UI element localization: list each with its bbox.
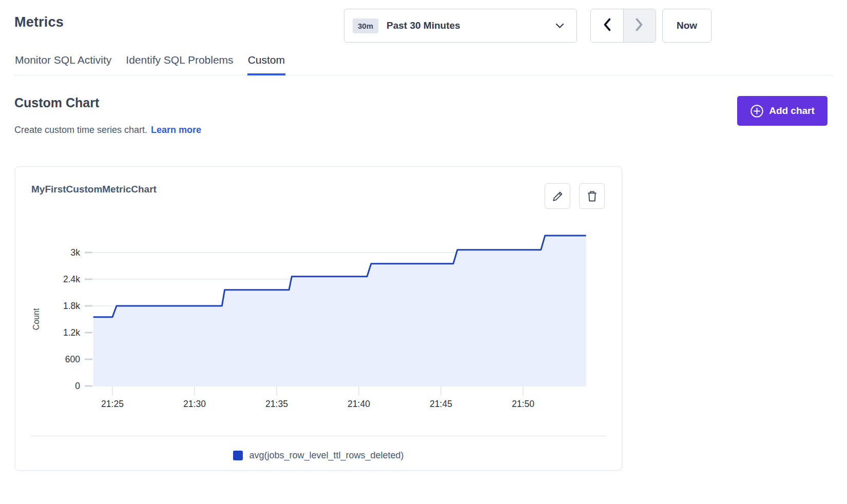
legend-label: avg(jobs_row_level_ttl_rows_deleted) (249, 450, 403, 461)
edit-chart-button[interactable] (545, 183, 570, 209)
page-title: Metrics (14, 14, 64, 30)
previous-window-button[interactable] (591, 9, 624, 42)
chart-legend: avg(jobs_row_level_ttl_rows_deleted) (15, 445, 622, 466)
tab-identify-sql-problems[interactable]: Identify SQL Problems (125, 53, 234, 75)
pencil-icon (552, 190, 564, 202)
section-title: Custom Chart (14, 95, 99, 110)
chart-title: MyFirstCustomMetricChart (31, 184, 157, 195)
svg-text:21:25: 21:25 (101, 399, 124, 409)
card-divider (31, 436, 606, 436)
svg-text:Count: Count (32, 308, 41, 330)
subtitle-text: Create custom time series chart. (14, 125, 147, 135)
svg-text:0: 0 (75, 381, 80, 391)
now-button[interactable]: Now (662, 9, 711, 43)
custom-chart-card: MyFirstCustomMetricChart 06001.2k1.8k2.4… (15, 166, 622, 471)
trash-icon (586, 190, 598, 203)
svg-text:3k: 3k (71, 247, 81, 258)
tab-bar: Monitor SQL Activity Identify SQL Proble… (14, 53, 833, 75)
time-window-nav (590, 9, 656, 43)
custom-chart-canvas: 06001.2k1.8k2.4k3k21:2521:3021:3521:4021… (15, 206, 623, 416)
svg-text:1.2k: 1.2k (63, 327, 80, 338)
metrics-page: Metrics 30m Past 30 Minutes Now Monitor … (0, 0, 847, 504)
chevron-left-icon (603, 18, 611, 33)
svg-text:21:40: 21:40 (348, 399, 370, 409)
section-subtitle: Create custom time series chart.Learn mo… (14, 125, 201, 135)
svg-text:21:30: 21:30 (183, 399, 206, 409)
time-range-dropdown[interactable]: 30m Past 30 Minutes (344, 9, 577, 43)
next-window-button-disabled[interactable] (624, 9, 656, 42)
time-range-badge: 30m (353, 18, 378, 33)
tab-custom[interactable]: Custom (247, 53, 285, 75)
svg-text:21:35: 21:35 (265, 399, 288, 409)
add-chart-button[interactable]: Add chart (737, 96, 827, 126)
chevron-down-icon (555, 23, 564, 29)
svg-text:21:45: 21:45 (430, 399, 452, 409)
tab-monitor-sql-activity[interactable]: Monitor SQL Activity (14, 53, 112, 75)
learn-more-link[interactable]: Learn more (151, 125, 201, 135)
svg-text:1.8k: 1.8k (63, 301, 80, 311)
legend-swatch (233, 451, 243, 460)
chevron-right-icon (636, 18, 643, 33)
add-chart-label: Add chart (769, 105, 815, 117)
plus-circle-icon (750, 104, 764, 118)
time-range-label: Past 30 Minutes (387, 20, 460, 31)
svg-text:2.4k: 2.4k (63, 274, 80, 284)
svg-text:21:50: 21:50 (512, 399, 534, 409)
delete-chart-button[interactable] (579, 183, 605, 209)
svg-text:600: 600 (65, 354, 80, 364)
